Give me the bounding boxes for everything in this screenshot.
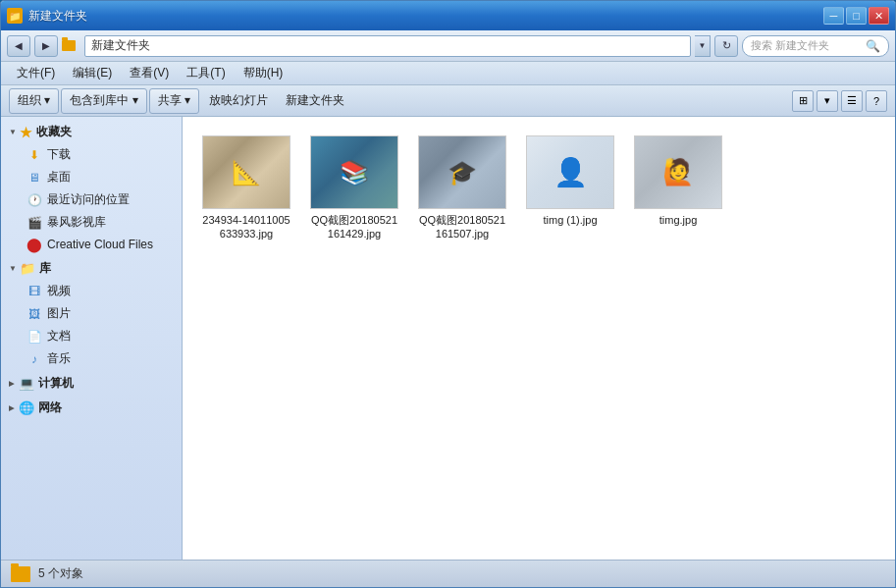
window: 📁 新建文件夹 ─ □ ✕ ◀ ▶ 新建文件夹 ▼ ↻ 搜索 新建文件夹 🔍 文…	[0, 0, 896, 588]
file-name-4: timg.jpg	[659, 213, 698, 227]
sidebar-item-download[interactable]: ⬇ 下载	[1, 143, 182, 166]
sidebar-item-creative-cloud[interactable]: ⬤ Creative Cloud Files	[1, 234, 182, 255]
toolbar: 组织 ▾ 包含到库中 ▾ 共享 ▾ 放映幻灯片 新建文件夹 ⊞ ▾ ☰ ?	[1, 85, 895, 117]
image-icon: 🖼	[26, 306, 42, 322]
view-dropdown-button[interactable]: ▾	[817, 90, 838, 112]
desktop-icon: 🖥	[26, 170, 42, 186]
share-button[interactable]: 共享 ▾	[149, 88, 199, 114]
doc-icon: 📄	[26, 329, 42, 345]
file-name-2: QQ截图20180521161507.jpg	[417, 213, 507, 241]
file-thumbnail-2	[418, 135, 506, 209]
sidebar-item-recent[interactable]: 🕐 最近访问的位置	[1, 188, 182, 211]
computer-header[interactable]: ▶ 💻 计算机	[1, 372, 182, 395]
search-placeholder: 搜索 新建文件夹	[751, 38, 829, 53]
file-item-4[interactable]: timg.jpg	[629, 132, 727, 245]
organize-button[interactable]: 组织 ▾	[9, 88, 59, 114]
sidebar-item-baofeng[interactable]: 🎬 暴风影视库	[1, 211, 182, 234]
forward-button[interactable]: ▶	[34, 35, 58, 57]
file-thumbnail-0	[202, 135, 290, 209]
search-box[interactable]: 搜索 新建文件夹 🔍	[742, 35, 889, 57]
download-icon: ⬇	[26, 147, 42, 163]
title-bar-title: 新建文件夹	[28, 8, 823, 25]
status-folder-icon	[11, 566, 30, 582]
nav-bar: ◀ ▶ 新建文件夹 ▼ ↻ 搜索 新建文件夹 🔍	[1, 30, 895, 62]
sidebar-item-desktop-label: 桌面	[47, 169, 71, 186]
sidebar-item-image[interactable]: 🖼 图片	[1, 302, 182, 325]
file-name-0: 234934-14011005633933.jpg	[201, 213, 291, 241]
library-folder-icon: 📁	[20, 261, 35, 276]
sidebar-item-music-label: 音乐	[47, 350, 71, 367]
file-name-3: timg (1).jpg	[543, 213, 597, 227]
close-button[interactable]: ✕	[869, 7, 889, 25]
file-item-0[interactable]: 234934-14011005633933.jpg	[197, 132, 295, 245]
address-text: 新建文件夹	[91, 37, 150, 54]
file-name-1: QQ截图20180521161429.jpg	[309, 213, 399, 241]
title-bar-icon: 📁	[7, 8, 23, 24]
file-area: 234934-14011005633933.jpg QQ截图2018052116…	[183, 117, 895, 560]
favorites-label: 收藏夹	[36, 124, 72, 140]
sidebar-item-image-label: 图片	[47, 305, 71, 322]
favorites-header[interactable]: ▼ ★ 收藏夹	[1, 121, 182, 143]
network-arrow: ▶	[9, 404, 14, 412]
sidebar-item-video[interactable]: 🎞 视频	[1, 280, 182, 302]
slideshow-button[interactable]: 放映幻灯片	[201, 88, 276, 114]
minimize-button[interactable]: ─	[823, 7, 844, 25]
menu-view[interactable]: 查看(V)	[122, 63, 177, 83]
library-section: ▼ 📁 库 🎞 视频 🖼 图片 📄 文档 ♪ 音	[1, 257, 182, 370]
network-header[interactable]: ▶ 🌐 网络	[1, 397, 182, 419]
computer-icon: 💻	[19, 376, 34, 391]
title-bar: 📁 新建文件夹 ─ □ ✕	[1, 1, 895, 30]
sidebar-item-doc-label: 文档	[47, 328, 71, 345]
menu-help[interactable]: 帮助(H)	[236, 63, 291, 83]
view-details-button[interactable]: ☰	[841, 90, 863, 112]
favorites-arrow: ▼	[9, 128, 17, 136]
file-item-1[interactable]: QQ截图20180521161429.jpg	[305, 132, 403, 245]
sidebar-item-doc[interactable]: 📄 文档	[1, 325, 182, 347]
file-item-3[interactable]: timg (1).jpg	[521, 132, 619, 245]
sidebar-item-music[interactable]: ♪ 音乐	[1, 347, 182, 370]
include-library-button[interactable]: 包含到库中 ▾	[61, 88, 146, 114]
file-thumbnail-1	[310, 135, 398, 209]
view-icon-button[interactable]: ⊞	[792, 90, 814, 112]
file-item-2[interactable]: QQ截图20180521161507.jpg	[413, 132, 511, 245]
cc-icon: ⬤	[26, 237, 42, 252]
menu-tools[interactable]: 工具(T)	[179, 63, 233, 83]
back-button[interactable]: ◀	[7, 35, 30, 57]
computer-arrow: ▶	[9, 380, 14, 388]
video-icon: 🎞	[26, 284, 42, 299]
address-bar[interactable]: 新建文件夹	[84, 35, 691, 57]
status-text: 5 个对象	[38, 565, 83, 582]
library-header[interactable]: ▼ 📁 库	[1, 257, 182, 280]
menu-bar: 文件(F) 编辑(E) 查看(V) 工具(T) 帮助(H)	[1, 62, 895, 85]
baofeng-icon: 🎬	[26, 215, 42, 231]
main-area: ▼ ★ 收藏夹 ⬇ 下载 🖥 桌面 🕐 最近访问的位置 🎬	[1, 117, 895, 560]
sidebar-item-recent-label: 最近访问的位置	[47, 191, 130, 208]
library-arrow: ▼	[9, 264, 17, 273]
sidebar-item-video-label: 视频	[47, 283, 71, 299]
new-folder-button[interactable]: 新建文件夹	[278, 88, 352, 114]
computer-section: ▶ 💻 计算机	[1, 372, 182, 395]
nav-folder-icon	[62, 40, 76, 51]
network-label: 网络	[38, 400, 62, 416]
network-icon: 🌐	[19, 401, 34, 415]
sidebar-item-baofeng-label: 暴风影视库	[47, 214, 106, 231]
sidebar-item-download-label: 下载	[47, 146, 71, 163]
music-icon: ♪	[26, 351, 42, 367]
help-button[interactable]: ?	[866, 90, 887, 112]
refresh-button[interactable]: ↻	[714, 35, 738, 57]
library-label: 库	[39, 260, 51, 277]
sidebar-item-desktop[interactable]: 🖥 桌面	[1, 166, 182, 188]
address-dropdown[interactable]: ▼	[695, 35, 711, 57]
sidebar-item-cc-label: Creative Cloud Files	[47, 238, 153, 251]
computer-label: 计算机	[38, 375, 74, 392]
file-thumbnail-3	[526, 135, 614, 209]
recent-icon: 🕐	[26, 192, 42, 208]
sidebar: ▼ ★ 收藏夹 ⬇ 下载 🖥 桌面 🕐 最近访问的位置 🎬	[1, 117, 183, 560]
network-section: ▶ 🌐 网络	[1, 397, 182, 419]
menu-file[interactable]: 文件(F)	[9, 63, 63, 83]
status-bar: 5 个对象	[1, 560, 895, 587]
favorites-section: ▼ ★ 收藏夹 ⬇ 下载 🖥 桌面 🕐 最近访问的位置 🎬	[1, 121, 182, 255]
title-bar-buttons: ─ □ ✕	[823, 7, 889, 25]
menu-edit[interactable]: 编辑(E)	[65, 63, 120, 83]
maximize-button[interactable]: □	[846, 7, 867, 25]
